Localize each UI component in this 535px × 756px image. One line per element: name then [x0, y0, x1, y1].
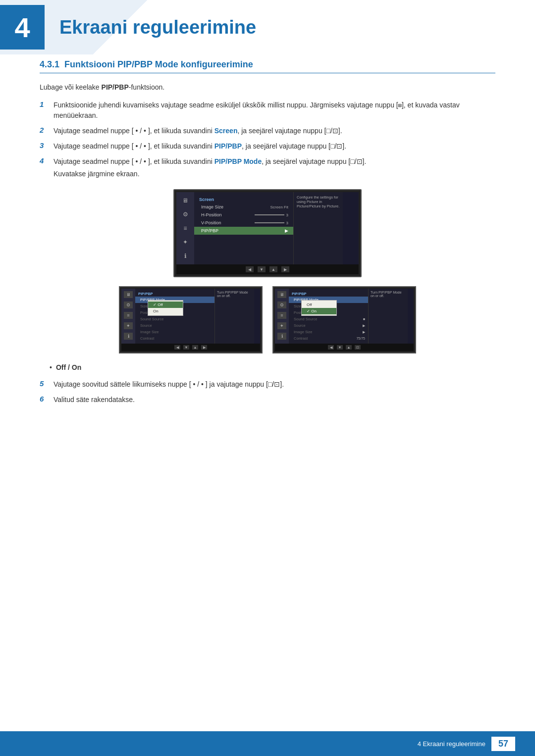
left-sidebar-gear: ✦ [124, 322, 133, 329]
left-sidebar-info: ℹ [124, 333, 133, 340]
left-sidebar: 🖥 ⚙ ≡ ✦ ℹ [121, 289, 135, 344]
screenshots-area: 🖥 ⚙ ≡ ✦ ℹ Screen Image Size Screen Fit [40, 189, 495, 353]
off-on-label: Off / On [56, 363, 81, 371]
left-dropdown-off: ✓ Off [148, 302, 183, 308]
bullet-item-off-on: Off / On [50, 363, 495, 371]
right-sidebar-menu: ≡ [277, 312, 286, 319]
sidebar-icon-menu: ≡ [180, 224, 191, 233]
right-dropdown-on: ✓ On [302, 308, 336, 314]
intro-paragraph: Lubage või keelake PIP/PBP-funktsioon. [40, 83, 495, 91]
right-monitor: 🖥 ⚙ ≡ ✦ ℹ PIP/PBP PIP/PBP Mode [272, 286, 416, 353]
monitor-inner: 🖥 ⚙ ≡ ✦ ℹ Screen Image Size Screen Fit [176, 192, 359, 264]
right-sidebar-adjust: ⚙ [277, 302, 286, 308]
sidebar-icon-info: ℹ [180, 252, 191, 260]
menu-icon: ⊞ [398, 101, 402, 110]
chapter-number: 4 [14, 11, 30, 44]
sidebar-icon-display: 🖥 [180, 196, 191, 205]
right-dropdown: Off ✓ On [301, 300, 337, 316]
chapter-number-box: 4 [0, 5, 45, 50]
left-ctrl-down: ▼ [183, 345, 189, 350]
steps-list: 1 Funktsioonide juhendi kuvamiseks vajut… [40, 100, 495, 179]
left-screen-wrapper: 🖥 ⚙ ≡ ✦ ℹ PIP/PBP PIP/PBP Mode [119, 286, 263, 353]
sidebar-icon-gear: ✦ [180, 238, 191, 247]
left-sidebar-adjust: ⚙ [124, 302, 133, 308]
step-4: 4 Vajutage seadmel nuppe [ • / • ], et l… [40, 156, 495, 179]
pip-pbp-bold: PIP/PBP [102, 83, 129, 91]
right-sidebar: 🖥 ⚙ ≡ ✦ ℹ [275, 289, 289, 344]
left-monitor-inner: 🖥 ⚙ ≡ ✦ ℹ PIP/PBP PIP/PBP Mode [121, 289, 260, 344]
two-screens-row: 🖥 ⚙ ≡ ✦ ℹ PIP/PBP PIP/PBP Mode [40, 286, 495, 353]
right-sidebar-info: ℹ [277, 333, 286, 340]
step-1: 1 Funktsioonide juhendi kuvamiseks vajut… [40, 100, 495, 121]
section-title: 4.3.1 Funktsiooni PIP/PBP Mode konfigure… [40, 59, 495, 73]
left-source: Source [135, 322, 214, 329]
right-screen-wrapper: 🖥 ⚙ ≡ ✦ ℹ PIP/PBP PIP/PBP Mode [272, 286, 416, 353]
left-contrast: Contrast [135, 335, 214, 342]
right-image-size: Image Size ▶ [289, 329, 368, 335]
pip-pbp-bold2: PIP/PBP [214, 142, 242, 150]
screen-bold: Screen [214, 127, 238, 135]
menu-item-h-position: H-Position 3 [194, 211, 293, 219]
right-menu: PIP/PBP PIP/PBP Mode Size Position [289, 289, 368, 344]
left-menu-category: PIP/PBP [135, 291, 214, 297]
main-controls: ◀ ▼ ▲ ▶ [176, 264, 359, 274]
right-info: Turn PIP/PBP Mode on or off. [368, 289, 408, 344]
main-monitor: 🖥 ⚙ ≡ ✦ ℹ Screen Image Size Screen Fit [173, 189, 362, 277]
left-monitor: 🖥 ⚙ ≡ ✦ ℹ PIP/PBP PIP/PBP Mode [119, 286, 263, 353]
right-sound: Sound Source ■ [289, 316, 368, 322]
right-ctrl-down: ▼ [337, 345, 343, 350]
monitor-sidebar: 🖥 ⚙ ≡ ✦ ℹ [176, 192, 194, 264]
footer-text: 4 Ekraani reguleerimine [418, 740, 485, 748]
page-footer: 4 Ekraani reguleerimine 57 [0, 731, 535, 756]
ctrl-down: ▼ [258, 266, 266, 272]
left-ctrl-ok: ▲ [192, 345, 198, 350]
left-ctrl-right: ▶ [201, 345, 207, 350]
menu-item-pip-pbp: PIP/PBP ▶ [194, 227, 293, 235]
large-screen-wrapper: 🖥 ⚙ ≡ ✦ ℹ Screen Image Size Screen Fit [40, 189, 495, 277]
menu-item-v-position: V-Position 3 [194, 219, 293, 227]
left-dropdown: ✓ Off On [148, 300, 183, 316]
left-image-size: Image Size [135, 329, 214, 335]
step-2: 2 Vajutage seadmel nuppe [ • / • ], et l… [40, 126, 495, 136]
step-5: 5 Vajutage soovitud sättele liikumiseks … [40, 379, 495, 390]
right-sidebar-gear: ✦ [277, 322, 286, 329]
chapter-title: Ekraani reguleerimine [59, 17, 256, 38]
left-ctrl-left: ◀ [174, 345, 180, 350]
right-menu-category: PIP/PBP [289, 291, 368, 297]
left-dropdown-on: On [148, 308, 183, 314]
page-header: 4 Ekraani reguleerimine [0, 0, 535, 54]
left-info: Turn PIP/PBP Mode on or off. [214, 289, 254, 344]
right-ctrl-ok: ▲ [346, 345, 352, 350]
right-monitor-inner: 🖥 ⚙ ≡ ✦ ℹ PIP/PBP PIP/PBP Mode [275, 289, 414, 344]
monitor-info: Configure the settings for using Picture… [293, 192, 343, 264]
right-ctrl-left: ◀ [328, 345, 334, 350]
sidebar-icon-adjust: ⚙ [180, 210, 191, 219]
left-sidebar-menu: ≡ [124, 312, 133, 319]
extra-steps-list: 5 Vajutage soovitud sättele liikumiseks … [40, 379, 495, 405]
ctrl-right: ▶ [281, 266, 289, 272]
left-sound: Sound Source [135, 316, 214, 322]
left-controls: ◀ ▼ ▲ ▶ [121, 344, 260, 351]
pip-pbp-mode-bold: PIP/PBP Mode [214, 157, 262, 165]
menu-item-image-size: Image Size Screen Fit [194, 203, 293, 211]
ctrl-ok: ▲ [269, 266, 277, 272]
right-controls: ◀ ▼ ▲ ⊡ [275, 344, 414, 351]
step-3: 3 Vajutage seadmel nuppe [ • / • ], et l… [40, 141, 495, 151]
right-ctrl-right: ⊡ [355, 345, 361, 350]
bullet-list: Off / On [50, 363, 495, 371]
left-menu: PIP/PBP PIP/PBP Mode Size Position [135, 289, 214, 344]
right-sidebar-display: 🖥 [277, 291, 286, 298]
main-content: 4.3.1 Funktsiooni PIP/PBP Mode konfigure… [0, 54, 535, 453]
right-contrast: Contrast 75/75 [289, 335, 368, 342]
footer-page: 57 [491, 737, 515, 751]
right-source: Source ▶ [289, 322, 368, 329]
left-sidebar-display: 🖥 [124, 291, 133, 298]
right-dropdown-off: Off [302, 302, 336, 308]
menu-category-screen: Screen [194, 195, 293, 203]
step-6: 6 Valitud säte rakendatakse. [40, 395, 495, 405]
ctrl-left: ◀ [246, 266, 254, 272]
main-menu: Screen Image Size Screen Fit H-Position … [194, 192, 293, 264]
